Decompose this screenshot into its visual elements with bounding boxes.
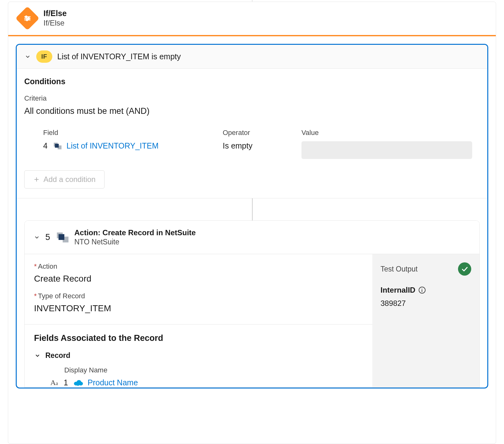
step-subtitle: If/Else bbox=[43, 19, 67, 27]
text-type-icon: Aa bbox=[49, 378, 59, 387]
type-of-record-value: INVENTORY_ITEM bbox=[34, 303, 363, 313]
test-output-panel: Test Output InternalID i 389827 bbox=[372, 254, 479, 387]
if-branch-body: Conditions Criteria All conditions must … bbox=[17, 69, 487, 198]
action-label: *Action bbox=[34, 262, 363, 271]
test-output-label: Test Output bbox=[381, 265, 418, 273]
internalid-value: 389827 bbox=[381, 299, 471, 308]
if-branch-card: IF List of INVENTORY_ITEM is empty Condi… bbox=[16, 44, 488, 389]
chevron-down-icon[interactable] bbox=[33, 234, 40, 241]
info-icon[interactable]: i bbox=[419, 287, 426, 294]
add-condition-button[interactable]: Add a condition bbox=[24, 170, 105, 189]
condition-field-link[interactable]: List of INVENTORY_ITEM bbox=[66, 141, 158, 150]
fields-heading: Fields Associated to the Record bbox=[34, 333, 363, 343]
ifelse-step-card: If/Else If/Else IF List of INVENTORY_ITE… bbox=[8, 2, 496, 444]
criteria-value: All conditions must be met (AND) bbox=[24, 106, 480, 116]
record-toggle[interactable]: Record bbox=[34, 351, 363, 360]
action-value: Create Record bbox=[34, 274, 363, 284]
action-header[interactable]: 5 Action: Create Record in NetSuite NTO … bbox=[25, 221, 479, 254]
svg-point-17 bbox=[76, 382, 80, 386]
col-field-label: Field bbox=[43, 129, 213, 137]
display-name-label: Display Name bbox=[64, 366, 363, 374]
svg-point-5 bbox=[26, 19, 28, 20]
col-value-label: Value bbox=[301, 129, 472, 137]
condition-source-step: 4 bbox=[43, 141, 49, 150]
step-header: If/Else If/Else bbox=[8, 2, 496, 35]
record-toggle-label: Record bbox=[45, 351, 70, 360]
step-title: If/Else bbox=[43, 9, 67, 18]
salesforce-icon bbox=[74, 379, 83, 386]
success-check-icon bbox=[458, 262, 471, 276]
col-operator-label: Operator bbox=[223, 129, 292, 137]
display-name-source-step: 1 bbox=[64, 378, 69, 387]
condition-grid: Field 4 List of INVENTORY_ITEM Operator … bbox=[43, 129, 472, 159]
required-star: * bbox=[34, 262, 37, 270]
required-star: * bbox=[34, 292, 37, 300]
display-name-link[interactable]: Product Name bbox=[88, 378, 138, 387]
action-step-number: 5 bbox=[45, 232, 51, 242]
condition-value-input[interactable] bbox=[301, 141, 472, 159]
condition-operator: Is empty bbox=[223, 141, 292, 150]
connector-line-mid bbox=[252, 198, 253, 220]
internalid-label: InternalID bbox=[381, 286, 415, 295]
if-branch-header[interactable]: IF List of INVENTORY_ITEM is empty bbox=[17, 45, 487, 69]
criteria-label: Criteria bbox=[24, 94, 480, 102]
connector-region bbox=[17, 198, 487, 220]
action-body: *Action Create Record *Type of Record IN… bbox=[25, 254, 479, 387]
chevron-down-icon[interactable] bbox=[24, 53, 31, 60]
svg-point-3 bbox=[26, 16, 27, 17]
ifelse-icon bbox=[15, 6, 39, 30]
condition-field-row: 4 List of INVENTORY_ITEM bbox=[43, 141, 213, 150]
action-form: *Action Create Record *Type of Record IN… bbox=[25, 254, 372, 387]
if-badge: IF bbox=[36, 50, 52, 63]
svg-rect-13 bbox=[59, 234, 64, 240]
type-of-record-label: *Type of Record bbox=[34, 292, 363, 300]
internalid-row: InternalID i bbox=[381, 286, 471, 295]
add-condition-label: Add a condition bbox=[43, 175, 95, 184]
svg-point-4 bbox=[28, 17, 29, 19]
chevron-down-icon bbox=[34, 352, 41, 359]
orange-divider bbox=[8, 35, 496, 36]
action-subtitle: NTO NetSuite bbox=[74, 238, 196, 246]
if-summary: List of INVENTORY_ITEM is empty bbox=[57, 52, 181, 61]
netsuite-icon bbox=[56, 231, 69, 244]
display-name-value-row: Aa 1 Product Name bbox=[49, 378, 363, 387]
action-title: Action: Create Record in NetSuite bbox=[74, 228, 196, 237]
svg-rect-8 bbox=[55, 144, 59, 148]
conditions-heading: Conditions bbox=[24, 77, 480, 86]
netsuite-icon bbox=[53, 142, 62, 150]
action-card: 5 Action: Create Record in NetSuite NTO … bbox=[24, 220, 480, 388]
